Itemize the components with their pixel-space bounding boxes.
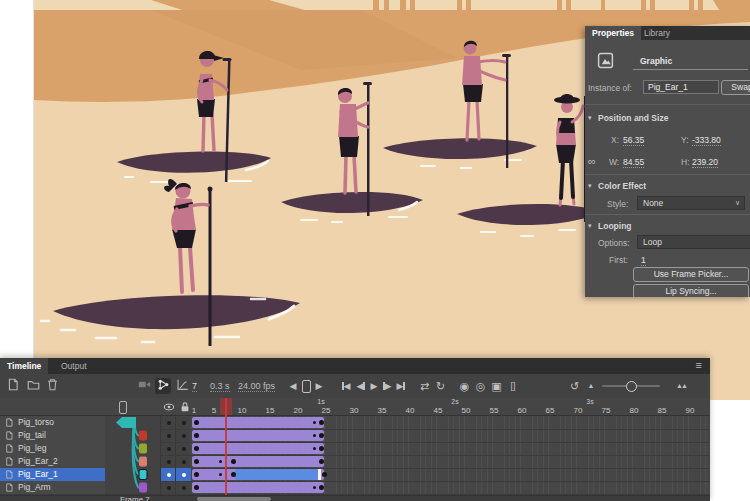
use-frame-picker-button[interactable]: Use Frame Picker... [633, 267, 749, 282]
layer-visibility-toggle[interactable] [160, 468, 176, 481]
layer-icon [5, 418, 14, 427]
tween-graph-icon[interactable] [174, 378, 190, 394]
layer-lock-toggle[interactable] [175, 429, 191, 442]
step-forward-icon[interactable]: ▶ [314, 378, 324, 394]
ruler-frame-label: 35 [378, 406, 387, 415]
tab-library[interactable]: Library [637, 26, 677, 40]
layer-frames[interactable] [190, 455, 710, 468]
layer-icon [5, 444, 14, 453]
layer-lock-toggle[interactable] [175, 442, 191, 455]
play-icon[interactable]: ▶ [369, 378, 379, 394]
tab-output[interactable]: Output [54, 358, 94, 374]
layer-color-tag[interactable] [139, 431, 147, 441]
layer-color-tag-selected[interactable] [139, 470, 147, 480]
layer-icon [5, 470, 14, 479]
elapsed-time-field[interactable]: 0.3 s [210, 381, 230, 392]
layer-visibility-toggle[interactable] [160, 442, 176, 455]
go-to-first-frame-icon[interactable]: ◀ [340, 378, 352, 394]
playhead-line[interactable] [225, 398, 227, 495]
eye-column-icon[interactable] [163, 401, 175, 413]
step-back-icon[interactable]: ◀ [288, 378, 298, 394]
layer-frames[interactable] [190, 416, 710, 429]
layer-color-tag[interactable] [139, 483, 147, 493]
symbol-type-value: Graphic [640, 56, 672, 66]
timeline-tabbar: Timeline Output ≡ [0, 358, 710, 374]
edit-multiple-frames-icon[interactable]: ▣ [490, 378, 503, 394]
modify-markers-icon[interactable]: [] [506, 378, 520, 394]
h-value[interactable]: 239.20 [692, 157, 718, 168]
options-value: Loop [643, 237, 662, 247]
next-frame-icon[interactable]: ▶ [381, 378, 393, 394]
x-value[interactable]: 56.35 [623, 135, 644, 146]
loop-range-icon[interactable]: ↻ [434, 378, 447, 394]
first-label: First: [609, 255, 628, 265]
style-value: None [643, 198, 663, 208]
current-frame-field[interactable]: 7 [192, 381, 197, 392]
layer-color-tag[interactable] [139, 444, 147, 454]
y-value[interactable]: -333.80 [692, 135, 721, 146]
layer-name: Pig_torso [18, 416, 54, 429]
color-section-triangle[interactable]: ▾ [588, 182, 592, 190]
looping-section-triangle[interactable]: ▾ [588, 222, 592, 230]
layer-frames[interactable] [190, 481, 710, 494]
graphic-symbol-icon [597, 52, 614, 69]
layer-visibility-toggle[interactable] [160, 429, 176, 442]
tab-timeline[interactable]: Timeline [0, 358, 48, 374]
layer-color-tag[interactable] [139, 457, 147, 467]
layer-lock-toggle[interactable] [175, 455, 191, 468]
new-folder-icon[interactable] [25, 378, 41, 394]
layer-visibility-toggle[interactable] [160, 416, 176, 429]
camera-icon[interactable] [136, 378, 152, 394]
new-layer-icon[interactable] [5, 378, 21, 394]
timeline-zoom-slider-knob[interactable] [626, 381, 637, 392]
layer-lock-toggle[interactable] [175, 416, 191, 429]
layer-visibility-toggle[interactable] [160, 481, 176, 494]
layer-lock-toggle[interactable] [175, 468, 191, 481]
looping-section-title: Looping [598, 221, 632, 231]
position-section-triangle[interactable]: ▾ [588, 114, 592, 122]
symbol-type-dropdown[interactable]: Graphic [633, 54, 748, 70]
delete-layer-icon[interactable] [44, 378, 60, 394]
first-value[interactable]: 1 [641, 255, 646, 266]
ruler-frame-label: 60 [518, 406, 527, 415]
timeline-horizontal-scrollbar[interactable] [197, 497, 271, 501]
tab-properties[interactable]: Properties [585, 26, 641, 40]
ruler-frame-label: 15 [266, 406, 275, 415]
options-dropdown[interactable]: Loop [637, 235, 750, 249]
ruler-frame-label: 85 [658, 406, 667, 415]
layer-visibility-toggle[interactable] [160, 455, 176, 468]
parent-layer-tag[interactable] [116, 417, 136, 428]
previous-frame-icon[interactable]: ◀ [355, 378, 367, 394]
zoom-in-frames-icon[interactable]: ▲▲ [672, 378, 690, 394]
layer-parenting-wires[interactable] [105, 416, 160, 495]
frame-ruler[interactable]: 1s 2s 3s 1 5 10 15 20 25 30 35 40 45 50 … [190, 398, 710, 415]
layer-frames[interactable] [190, 429, 710, 442]
panel-menu-icon[interactable]: ≡ [696, 359, 702, 371]
layer-parenting-icon[interactable] [155, 378, 171, 394]
ruler-frame-label: 65 [546, 406, 555, 415]
lip-syncing-button[interactable]: Lip Syncing... [633, 284, 749, 297]
ruler-frame-label: 90 [686, 406, 695, 415]
onion-skin-outlines-icon[interactable]: ◎ [474, 378, 487, 394]
ruler-frame-label: 1 [192, 406, 196, 415]
ruler-frame-label: 80 [630, 406, 639, 415]
w-value[interactable]: 84.55 [623, 157, 644, 168]
reset-timeline-zoom-icon[interactable]: ↺ [568, 378, 581, 394]
zoom-out-frames-icon[interactable]: ▲ [586, 378, 596, 394]
layer-lock-toggle[interactable] [175, 481, 191, 494]
style-dropdown[interactable]: None ∨ [637, 196, 745, 210]
instance-name-field[interactable]: Pig_Ear_1 [643, 80, 719, 94]
frame-rate-field[interactable]: 24.00 fps [238, 381, 275, 392]
link-width-height-icon[interactable]: ∞ [588, 155, 596, 167]
onion-skin-icon[interactable]: ◉ [458, 378, 471, 394]
ruler-second-label: 1s [317, 398, 324, 405]
ruler-second-label: 3s [586, 398, 593, 405]
selected-frame-span[interactable] [235, 469, 318, 480]
animate-app: Properties Library Graphic Instance of: … [0, 0, 750, 501]
layer-frames[interactable] [190, 468, 710, 481]
go-to-last-frame-icon[interactable]: ▶ [395, 378, 407, 394]
current-frame-icon[interactable] [302, 380, 311, 393]
swap-button[interactable]: Swap [721, 80, 750, 95]
loop-arrows-icon[interactable]: ⇄ [418, 378, 431, 394]
layer-frames[interactable] [190, 442, 710, 455]
